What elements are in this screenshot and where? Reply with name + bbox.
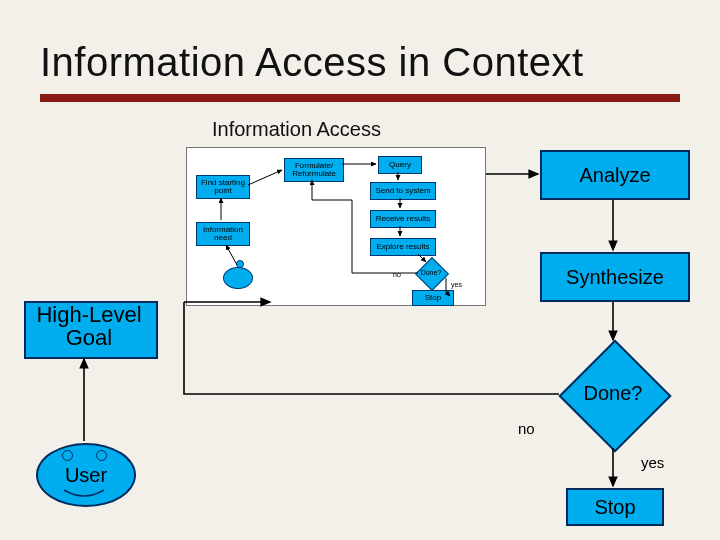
- node-stop: Stop: [566, 488, 664, 526]
- edge-label-yes: yes: [641, 454, 664, 471]
- inner-user-head: [236, 260, 244, 268]
- node-analyze: Analyze: [540, 150, 690, 200]
- inner-node-send: Send to system: [370, 182, 436, 200]
- node-high-level-goal-text: High-Level Goal: [36, 302, 141, 350]
- inner-node-info-need: Information need: [196, 222, 250, 246]
- inner-edge-no: no: [393, 271, 401, 278]
- inner-node-find-start: Find starting point: [196, 175, 250, 199]
- node-user-label: User: [65, 464, 107, 487]
- inner-node-explore: Explore results: [370, 238, 436, 256]
- node-synthesize: Synthesize: [540, 252, 690, 302]
- inner-edge-yes: yes: [451, 281, 462, 288]
- inner-node-stop: Stop: [412, 290, 454, 306]
- title-underline: [40, 94, 680, 102]
- node-user: User: [36, 443, 136, 507]
- section-label-info-access: Information Access: [212, 118, 381, 141]
- user-eye-right: [96, 450, 107, 461]
- node-high-level-goal: High-Level Goal: [24, 303, 154, 349]
- decision-done-label: Done?: [559, 382, 667, 405]
- edge-label-no: no: [518, 420, 535, 437]
- inner-node-user: [223, 267, 253, 289]
- inner-decision-done-label: Done?: [415, 269, 447, 276]
- inner-node-formulate: Formulate/ Reformulate: [284, 158, 344, 182]
- user-eye-left: [62, 450, 73, 461]
- inner-node-query: Query: [378, 156, 422, 174]
- page-title: Information Access in Context: [40, 40, 584, 85]
- inner-node-receive: Receive results: [370, 210, 436, 228]
